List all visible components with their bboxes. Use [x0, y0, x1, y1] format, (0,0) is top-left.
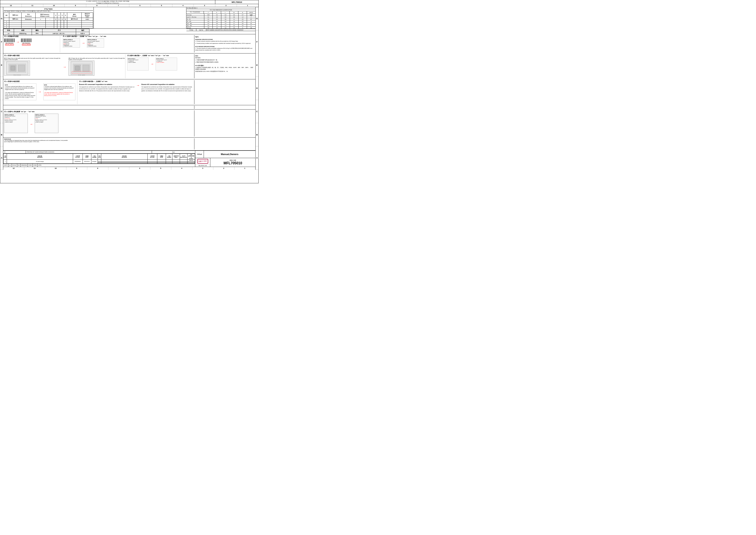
col-3: 3 — [194, 4, 215, 7]
bot-col-3: 3 — [192, 167, 214, 170]
rev-signed: chengha. — [91, 159, 97, 163]
row-label-g: G — [0, 7, 3, 30]
tol-j-2: 0.1 — [204, 16, 213, 18]
french-p13-right: ⚠ 法语P13格式统一，仅保留 "xx" mm / "xx" po → "xx"… — [125, 54, 194, 78]
eco-cn-1: 1. 此制品不可添加禁止物质（铅、镉、汞、六价铬、PBB、PBDE、DEHP、B… — [195, 67, 254, 70]
col-10: 10 — [43, 4, 65, 7]
spec-notes-f: 注记： 制作基准. 1. 印刷内容需要与界定提供的文件一致 2. 整体印刷条件和… — [194, 54, 255, 78]
svg-text:Air unit - updated: Air unit - updated — [78, 74, 85, 75]
tolerance-header: 치수구분 DIMENSION CLASSIFICATION — [186, 9, 256, 11]
french-p13-right-new: INSTALLATION 13 Comment installer l'appa… — [156, 58, 177, 70]
scale-label: SCALE — [12, 164, 17, 167]
tol-angle-4: H — [247, 20, 256, 22]
tol-m-2: 0.8 — [230, 16, 239, 18]
f-row: ⚠ ⚠ 双语P14图片变更 15 15 Open the air inlet g… — [3, 53, 256, 79]
barcode-change-title: ⚠ ⚠ 封面版本号变更 — [4, 35, 58, 38]
eco-cn-title: ECO-设计基准： — [195, 65, 254, 67]
bot-col-9: 9 — [67, 167, 88, 170]
approval-label: Approval — [188, 160, 195, 161]
tol-range-6: 300 ~ 500 — [186, 25, 204, 27]
table-row: 3 — [4, 24, 93, 26]
french-doc-new-title: INSTALLATION 13 — [88, 39, 103, 40]
row-label-b: B — [0, 123, 3, 146]
units-label: UNITS — [3, 164, 9, 167]
tol-m-1: 0.5 — [230, 14, 239, 16]
e-note-text-1: • To ensure continued peak efficiency, t… — [5, 86, 34, 90]
tol-range-header: 치수 TOLERANCE — [186, 11, 204, 14]
french-p13-docs: INSTALLATION 13 Comment installer l'appa… — [63, 39, 194, 48]
tol-row-5: 150 ~ 300 0.4 0.8 1.0 1.7 3.5 15° — [186, 22, 256, 25]
bot-col-6: 6 — [129, 167, 150, 170]
french-p13-new-doc: INSTALLATION 13 Comment installer l'appa… — [87, 39, 104, 48]
rev-maker-val — [173, 159, 180, 161]
mat-val-job: 02 — [3, 32, 14, 35]
bot-col-4: 4 — [171, 167, 192, 170]
ctq-subheader-minus: - — [46, 18, 54, 20]
table-row: 2 — [4, 22, 93, 24]
tol-n-3: 2.0 — [239, 18, 247, 20]
rev-confirm-val: Approval — [187, 159, 195, 161]
french-old-content: INSTALLATION 13 Comment installer l'appa… — [128, 58, 148, 63]
e-title: ⚠ ⚠ 双语P21电话变更 — [4, 80, 75, 83]
rev-date: 2018-03-02 — [83, 159, 91, 163]
material-table: 作业 材质 颜色 尺寸 地区 02 胶版纸70g 黑色 148*210（装订后）… — [3, 29, 90, 35]
warning-icon-c: ⚠ — [4, 110, 6, 113]
e-arrow: → — [38, 83, 41, 100]
tol-row-3: 30 ~ 50 0.2 0.4 0.6 1.1 2.0 30° — [186, 18, 256, 20]
new-barcode: MFL70501002 Rev.01_030218 — [21, 39, 32, 45]
eco-note-1: 1. The part should not contain prohibite… — [195, 48, 254, 51]
tol-angle-1: 1× 6½ — [247, 14, 256, 16]
bot-col-5: 5 — [150, 167, 172, 170]
f-step-old: 15 15 Open the air inlet grille and secu… — [4, 58, 61, 60]
mat-header-material: 材质 — [14, 29, 32, 32]
warning-icon-barcode: ⚠ — [4, 35, 6, 37]
mat-header-job: 作业 — [3, 29, 14, 32]
col-1: 1 — [237, 4, 258, 7]
table-row: 1 — [4, 20, 93, 22]
c-content: ⚠ ⚠ 法语P11 单位换算 "xx" po → "xx" mm INSTALL… — [4, 110, 194, 136]
barcode-change-section: ⚠ ⚠ 封面版本号变更 MFL76001002 Rev.00_120117 → — [4, 35, 60, 52]
air-unit-diagram-new: Air unit - updated — [69, 61, 94, 76]
tol-angle-7: 30' — [247, 27, 256, 29]
tol-n-5: 3.5 — [239, 22, 247, 24]
f-content: ⚠ ⚠ 双语P14图片变更 15 15 Open the air inlet g… — [4, 54, 125, 78]
ctq-subheader-4b: 4 — [57, 18, 61, 20]
note-cn-2: 2. 整体印刷条件和外观标准是经LGE批准。 — [195, 62, 254, 63]
f-title: ⚠ ⚠ 双语P14图片变更 — [4, 54, 125, 57]
warning-icon-french-p13r: ⚠ — [127, 54, 129, 56]
french-p20-title: ⚠ ⚠ 法语P20格式统一，仅保留 "xx" mm — [79, 80, 194, 83]
right-row-label-g: G — [256, 7, 258, 30]
d-row — [3, 105, 256, 110]
title-label: TITLE — [195, 151, 204, 158]
right-row-label-b: B — [256, 123, 258, 146]
ctq-subheader-reasonb: A,B,C — [82, 18, 93, 20]
ic-text-old: Cet appareil est conforme aux limites d'… — [79, 86, 134, 92]
tol-angle-3: 30° — [247, 18, 256, 20]
title-main: TITLE Manual,Owners — [195, 151, 256, 158]
new-barcode-bars — [21, 39, 32, 42]
ctq-subheader-item: 형목 Item — [9, 18, 21, 20]
rev-signed2-val — [166, 159, 173, 161]
title-block: TITLE Manual,Owners LG LG 전자 RELATION C.… — [195, 151, 256, 167]
ctq-header-5: 5 — [61, 13, 64, 18]
french-doc-title: INSTALLATION 13 — [63, 39, 79, 40]
col-7: 7 — [108, 4, 129, 7]
rev-header-date: 년월일DATE — [83, 154, 91, 159]
mat-val-size: 148*210（装订后） — [42, 32, 76, 35]
tol-j-4: 0.3 — [204, 20, 213, 22]
note-label-new: NOTE — [44, 84, 47, 86]
tol-l-2: 0.5 — [221, 16, 230, 18]
tol-l-7: 2.0 — [221, 27, 230, 29]
d-content — [4, 106, 194, 109]
rev-header-sym: 기초SYM — [3, 154, 7, 159]
ic-new: Énoncé d'IC concernant l'exposition à la… — [141, 83, 194, 92]
new-barcode-rev: Rev.01_030218 — [22, 44, 31, 45]
chkd-1: CHKD — [28, 164, 33, 167]
f-old-diagram: 15 15 Open the air inlet grille and secu… — [4, 58, 61, 76]
work-row: 02 Work Work 1 — [186, 7, 256, 9]
scale-value: N/S — [17, 164, 21, 167]
tol-j-6: 0.6 — [204, 25, 213, 27]
french-p13-right-arrow: → — [150, 62, 154, 66]
table-row: 4 — [4, 26, 93, 28]
rev-date2-val — [157, 159, 166, 161]
